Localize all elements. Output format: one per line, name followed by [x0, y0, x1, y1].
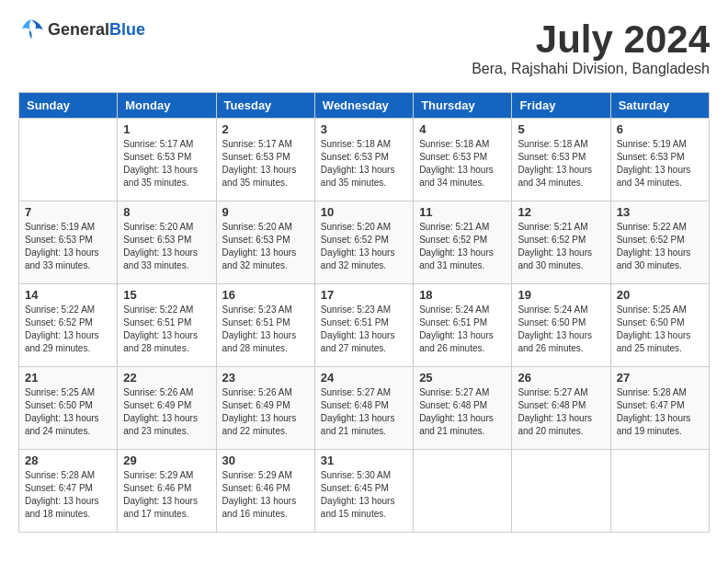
cell-info: Sunrise: 5:27 AMSunset: 6:48 PMDaylight:… [419, 386, 506, 438]
calendar-cell: 16Sunrise: 5:23 AMSunset: 6:51 PMDayligh… [216, 284, 314, 367]
calendar-cell: 2Sunrise: 5:17 AMSunset: 6:53 PMDaylight… [216, 119, 314, 201]
cell-info: Sunrise: 5:29 AMSunset: 6:46 PMDaylight:… [222, 469, 309, 521]
page-header: GeneralBlue July 2024 Bera, Rajshahi Div… [18, 18, 710, 77]
cell-info: Sunrise: 5:29 AMSunset: 6:46 PMDaylight:… [123, 469, 210, 521]
logo-general-text: General [48, 20, 109, 39]
cell-info: Sunrise: 5:19 AMSunset: 6:53 PMDaylight:… [25, 221, 111, 272]
calendar-cell: 14Sunrise: 5:22 AMSunset: 6:52 PMDayligh… [19, 284, 118, 367]
calendar-cell: 8Sunrise: 5:20 AMSunset: 6:53 PMDaylight… [118, 201, 216, 284]
cell-info: Sunrise: 5:23 AMSunset: 6:51 PMDaylight:… [321, 304, 407, 355]
day-number: 24 [321, 371, 407, 385]
cell-info: Sunrise: 5:22 AMSunset: 6:52 PMDaylight:… [25, 304, 111, 355]
cell-info: Sunrise: 5:22 AMSunset: 6:51 PMDaylight:… [123, 304, 210, 355]
calendar-cell: 7Sunrise: 5:19 AMSunset: 6:53 PMDaylight… [19, 201, 118, 284]
weekday-header: Saturday [610, 93, 709, 119]
day-number: 5 [518, 122, 604, 136]
calendar-cell: 24Sunrise: 5:27 AMSunset: 6:48 PMDayligh… [314, 367, 413, 450]
calendar-cell [610, 450, 709, 533]
logo: GeneralBlue [18, 18, 145, 40]
cell-info: Sunrise: 5:24 AMSunset: 6:50 PMDaylight:… [518, 304, 604, 355]
calendar-cell [414, 450, 512, 533]
day-number: 31 [321, 454, 407, 467]
cell-info: Sunrise: 5:26 AMSunset: 6:49 PMDaylight:… [123, 386, 210, 438]
day-number: 21 [25, 371, 111, 385]
cell-info: Sunrise: 5:27 AMSunset: 6:48 PMDaylight:… [518, 386, 604, 438]
cell-info: Sunrise: 5:24 AMSunset: 6:51 PMDaylight:… [419, 304, 506, 355]
calendar-cell: 17Sunrise: 5:23 AMSunset: 6:51 PMDayligh… [314, 284, 413, 367]
day-number: 11 [419, 205, 506, 219]
calendar-cell: 13Sunrise: 5:22 AMSunset: 6:52 PMDayligh… [610, 201, 709, 284]
day-number: 7 [25, 205, 111, 219]
weekday-header: Tuesday [216, 93, 314, 119]
calendar-cell [19, 119, 118, 201]
calendar-cell: 21Sunrise: 5:25 AMSunset: 6:50 PMDayligh… [19, 367, 118, 450]
weekday-header: Monday [118, 93, 216, 119]
day-number: 12 [518, 205, 604, 219]
cell-info: Sunrise: 5:30 AMSunset: 6:45 PMDaylight:… [321, 469, 407, 521]
calendar-cell [512, 450, 610, 533]
weekday-header: Friday [512, 93, 610, 119]
calendar-cell: 10Sunrise: 5:20 AMSunset: 6:52 PMDayligh… [314, 201, 413, 284]
day-number: 18 [419, 288, 506, 302]
day-number: 22 [123, 371, 210, 385]
day-number: 19 [518, 288, 604, 302]
calendar-cell: 29Sunrise: 5:29 AMSunset: 6:46 PMDayligh… [118, 450, 216, 533]
day-number: 28 [25, 454, 111, 467]
logo-icon [18, 18, 44, 40]
cell-info: Sunrise: 5:25 AMSunset: 6:50 PMDaylight:… [617, 304, 703, 355]
calendar-cell: 31Sunrise: 5:30 AMSunset: 6:45 PMDayligh… [314, 450, 413, 533]
calendar-cell: 25Sunrise: 5:27 AMSunset: 6:48 PMDayligh… [414, 367, 512, 450]
calendar-week-row: 14Sunrise: 5:22 AMSunset: 6:52 PMDayligh… [19, 284, 710, 367]
day-number: 16 [222, 288, 309, 302]
calendar-week-row: 1Sunrise: 5:17 AMSunset: 6:53 PMDaylight… [19, 119, 710, 201]
calendar-header-row: SundayMondayTuesdayWednesdayThursdayFrid… [19, 93, 710, 119]
cell-info: Sunrise: 5:18 AMSunset: 6:53 PMDaylight:… [419, 138, 506, 190]
calendar-cell: 30Sunrise: 5:29 AMSunset: 6:46 PMDayligh… [216, 450, 314, 533]
cell-info: Sunrise: 5:19 AMSunset: 6:53 PMDaylight:… [617, 138, 703, 190]
month-title: July 2024 [472, 18, 710, 61]
day-number: 8 [123, 205, 210, 219]
calendar-table: SundayMondayTuesdayWednesdayThursdayFrid… [18, 92, 710, 533]
day-number: 20 [617, 288, 703, 302]
calendar-week-row: 28Sunrise: 5:28 AMSunset: 6:47 PMDayligh… [19, 450, 710, 533]
day-number: 26 [518, 371, 604, 385]
cell-info: Sunrise: 5:28 AMSunset: 6:47 PMDaylight:… [25, 469, 111, 521]
day-number: 2 [222, 122, 309, 136]
calendar-cell: 15Sunrise: 5:22 AMSunset: 6:51 PMDayligh… [118, 284, 216, 367]
day-number: 27 [617, 371, 703, 385]
day-number: 29 [123, 454, 210, 467]
calendar-cell: 6Sunrise: 5:19 AMSunset: 6:53 PMDaylight… [610, 119, 709, 201]
calendar-cell: 27Sunrise: 5:28 AMSunset: 6:47 PMDayligh… [610, 367, 709, 450]
cell-info: Sunrise: 5:21 AMSunset: 6:52 PMDaylight:… [518, 221, 604, 272]
day-number: 9 [222, 205, 309, 219]
cell-info: Sunrise: 5:20 AMSunset: 6:53 PMDaylight:… [222, 221, 309, 272]
cell-info: Sunrise: 5:18 AMSunset: 6:53 PMDaylight:… [518, 138, 604, 190]
cell-info: Sunrise: 5:28 AMSunset: 6:47 PMDaylight:… [617, 386, 703, 438]
weekday-header: Sunday [19, 93, 118, 119]
day-number: 3 [321, 122, 407, 136]
cell-info: Sunrise: 5:27 AMSunset: 6:48 PMDaylight:… [321, 386, 407, 438]
day-number: 30 [222, 454, 309, 467]
day-number: 23 [222, 371, 309, 385]
logo-blue-text: Blue [109, 20, 145, 39]
cell-info: Sunrise: 5:20 AMSunset: 6:52 PMDaylight:… [321, 221, 407, 272]
cell-info: Sunrise: 5:21 AMSunset: 6:52 PMDaylight:… [419, 221, 506, 272]
calendar-cell: 23Sunrise: 5:26 AMSunset: 6:49 PMDayligh… [216, 367, 314, 450]
cell-info: Sunrise: 5:22 AMSunset: 6:52 PMDaylight:… [617, 221, 703, 272]
calendar-week-row: 7Sunrise: 5:19 AMSunset: 6:53 PMDaylight… [19, 201, 710, 284]
day-number: 25 [419, 371, 506, 385]
calendar-cell: 12Sunrise: 5:21 AMSunset: 6:52 PMDayligh… [512, 201, 610, 284]
day-number: 6 [617, 122, 703, 136]
calendar-cell: 28Sunrise: 5:28 AMSunset: 6:47 PMDayligh… [19, 450, 118, 533]
cell-info: Sunrise: 5:17 AMSunset: 6:53 PMDaylight:… [222, 138, 309, 190]
location-title: Bera, Rajshahi Division, Bangladesh [472, 61, 710, 77]
calendar-cell: 11Sunrise: 5:21 AMSunset: 6:52 PMDayligh… [414, 201, 512, 284]
calendar-cell: 18Sunrise: 5:24 AMSunset: 6:51 PMDayligh… [414, 284, 512, 367]
weekday-header: Thursday [414, 93, 512, 119]
day-number: 13 [617, 205, 703, 219]
day-number: 1 [123, 122, 210, 136]
cell-info: Sunrise: 5:17 AMSunset: 6:53 PMDaylight:… [123, 138, 210, 190]
day-number: 17 [321, 288, 407, 302]
calendar-cell: 9Sunrise: 5:20 AMSunset: 6:53 PMDaylight… [216, 201, 314, 284]
cell-info: Sunrise: 5:18 AMSunset: 6:53 PMDaylight:… [321, 138, 407, 190]
